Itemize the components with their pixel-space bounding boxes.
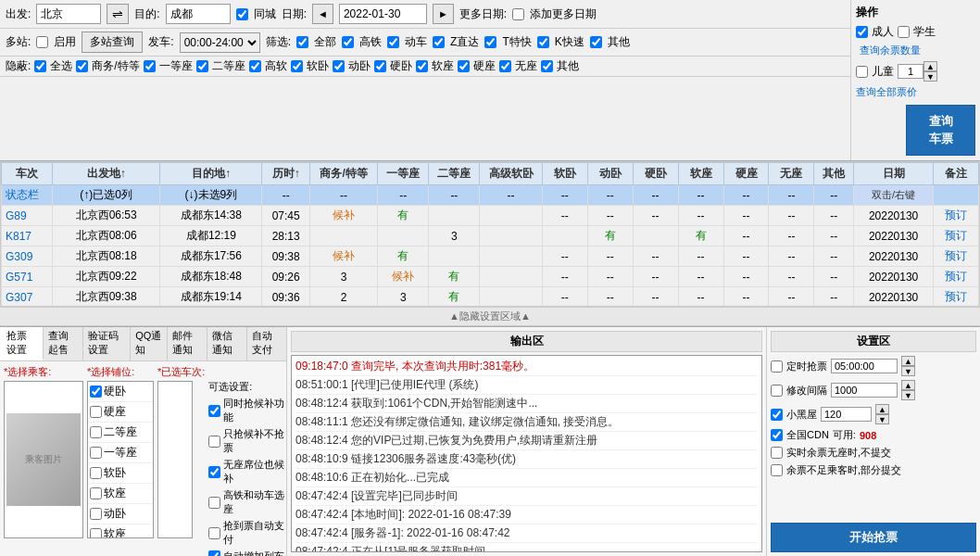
table-row[interactable]: G309 北京西08:18 成都东17:56 09:38 候补 有 -- -- … <box>2 246 979 267</box>
table-row[interactable]: K817 北京西08:06 成都12:19 28:13 3 有 有 -- -- … <box>2 226 979 246</box>
black-room-checkbox[interactable] <box>771 409 783 421</box>
children-count-down[interactable]: ▼ <box>923 71 937 82</box>
add-more-checkbox[interactable] <box>512 8 524 20</box>
seat-item-first[interactable]: 一等座 <box>88 443 153 463</box>
date-next-button[interactable]: ► <box>433 4 454 24</box>
note-cell[interactable]: 预订 <box>933 267 978 287</box>
hide-hardseat-checkbox[interactable] <box>458 60 470 72</box>
opt-only-waitlist[interactable]: 只抢候补不抢票 <box>208 427 286 455</box>
filter-all-checkbox[interactable] <box>296 36 308 48</box>
query-ticket-button[interactable]: 查询车票 <box>906 105 975 156</box>
modify-up[interactable]: ▲ <box>901 380 915 390</box>
train-id[interactable]: G89 <box>2 206 53 226</box>
tab-query-sale[interactable]: 查询起售 <box>44 327 83 360</box>
train-id[interactable]: K817 <box>2 226 53 246</box>
opt-auto-pay[interactable]: 抢到票自动支付 <box>208 519 286 547</box>
hide-noseat-checkbox[interactable] <box>499 60 511 72</box>
query-remaining-link[interactable]: 查询余票数量 <box>860 44 921 57</box>
filter-k-checkbox[interactable] <box>537 36 549 48</box>
modify-spinners[interactable]: ▲ ▼ <box>901 380 915 400</box>
seat-item-softseat[interactable]: 软座 <box>88 484 153 504</box>
tab-captcha[interactable]: 验证码设置 <box>83 327 131 360</box>
date-prev-button[interactable]: ◄ <box>312 4 333 24</box>
student-checkbox[interactable] <box>898 26 910 38</box>
seat-item-softbed[interactable]: 软卧 <box>88 463 153 484</box>
children-checkbox[interactable] <box>856 66 868 78</box>
from-input[interactable] <box>36 4 101 24</box>
seat-item-hardseat[interactable]: 硬座 <box>88 402 153 423</box>
tab-autopay[interactable]: 自动支付 <box>247 327 286 360</box>
note-cell[interactable]: 预订 <box>933 226 978 246</box>
modify-interval-checkbox[interactable] <box>771 385 783 397</box>
tab-email[interactable]: 邮件通知 <box>168 327 207 360</box>
realtime-checkbox[interactable] <box>771 447 783 459</box>
seat-item-second[interactable]: 二等座 <box>88 423 153 443</box>
hide-settings-bar[interactable]: ▲隐藏设置区域▲ <box>0 307 980 326</box>
timed-grab-checkbox[interactable] <box>771 360 783 373</box>
filter-gaotie-checkbox[interactable] <box>342 36 354 48</box>
depart-select[interactable]: 00:00-24:00 <box>180 32 260 53</box>
passenger-box[interactable]: 乘客图片 <box>4 381 83 538</box>
hide-softbed-checkbox[interactable] <box>291 60 303 72</box>
timed-grab-input[interactable] <box>831 359 898 373</box>
enable-checkbox[interactable] <box>36 36 48 48</box>
table-row[interactable]: G89 北京西06:53 成都东14:38 07:45 候补 有 -- -- -… <box>2 206 979 226</box>
note-cell[interactable]: 预订 <box>933 206 978 226</box>
train-id[interactable]: G309 <box>2 246 53 267</box>
to-input[interactable] <box>166 4 231 24</box>
opt-noseat-waitlist[interactable]: 无座席位也候补 <box>208 458 286 486</box>
children-count-up[interactable]: ▲ <box>923 61 937 71</box>
swap-button[interactable]: ⇌ <box>107 4 129 24</box>
train-list[interactable] <box>157 381 193 538</box>
hide-second-checkbox[interactable] <box>196 60 208 72</box>
modify-interval-input[interactable] <box>831 383 898 398</box>
start-grab-button[interactable]: 开始抢票 <box>771 523 976 552</box>
opt-add-train[interactable]: 自动增加列车 <box>208 550 286 556</box>
black-room-up[interactable]: ▲ <box>875 404 889 414</box>
filter-z-checkbox[interactable] <box>433 36 445 48</box>
tab-qq[interactable]: QQ通知 <box>131 327 168 360</box>
train-id[interactable]: G571 <box>2 267 53 287</box>
note-cell[interactable]: 预订 <box>933 287 978 308</box>
seat-list[interactable]: 硬卧 硬座 二等座 一等座 软卧 软座 动卧 软座 商务座 特等座 <box>87 381 154 538</box>
train-id[interactable]: G307 <box>2 287 53 308</box>
timed-up[interactable]: ▲ <box>901 356 915 366</box>
cdn-checkbox[interactable] <box>771 429 783 441</box>
table-row[interactable]: G307 北京西09:38 成都东19:14 09:36 2 3 有 -- --… <box>2 287 979 308</box>
filter-t-checkbox[interactable] <box>484 36 496 48</box>
tab-ticket-settings[interactable]: 抢票设置 <box>0 327 44 360</box>
black-room-down[interactable]: ▼ <box>875 414 889 424</box>
black-room-spinners[interactable]: ▲ ▼ <box>875 404 889 424</box>
children-count[interactable] <box>898 64 923 79</box>
date-input[interactable] <box>339 4 427 24</box>
opt-simultaneous[interactable]: 同时抢候补功能 <box>208 397 286 424</box>
partial-checkbox[interactable] <box>771 464 783 476</box>
opt-highspeed-seat[interactable]: 高铁和动车选座 <box>208 488 286 516</box>
hide-dynbed-checkbox[interactable] <box>333 60 345 72</box>
filter-other-checkbox[interactable] <box>590 36 602 48</box>
tab-wechat[interactable]: 微信通知 <box>207 327 247 360</box>
hide-highsoft-checkbox[interactable] <box>249 60 261 72</box>
timed-down[interactable]: ▼ <box>901 366 915 376</box>
seat-item-softseat2[interactable]: 软座 <box>88 524 153 538</box>
timed-spinners[interactable]: ▲ ▼ <box>901 356 915 376</box>
table-header-row[interactable]: 状态栏 (↑)已选0列 (↓)未选9列 -- -- -- -- -- -- --… <box>2 185 979 206</box>
table-row[interactable]: G571 北京西09:22 成都东18:48 09:26 3 候补 有 -- -… <box>2 267 979 287</box>
adult-checkbox[interactable] <box>856 26 868 38</box>
hide-other2-checkbox[interactable] <box>541 60 553 72</box>
hide-first-checkbox[interactable] <box>144 60 156 72</box>
black-room-input[interactable] <box>821 407 872 422</box>
modify-down[interactable]: ▼ <box>901 390 915 400</box>
seat-item-hardbed[interactable]: 硬卧 <box>88 382 153 402</box>
children-spinner[interactable]: ▲ ▼ <box>898 61 937 82</box>
hide-hardbed-checkbox[interactable] <box>374 60 386 72</box>
filter-dongche-checkbox[interactable] <box>387 36 399 48</box>
hide-softseat-checkbox[interactable] <box>416 60 428 72</box>
note-cell[interactable]: 预订 <box>933 246 978 267</box>
hide-business-checkbox[interactable] <box>76 60 88 72</box>
seat-item-dynbed[interactable]: 动卧 <box>88 504 153 524</box>
hide-all-checkbox[interactable] <box>34 60 46 72</box>
query-all-price-link[interactable]: 查询全部票价 <box>856 85 917 99</box>
multistation-query-button[interactable]: 多站查询 <box>82 32 143 53</box>
tongcheng-checkbox[interactable] <box>236 8 248 20</box>
